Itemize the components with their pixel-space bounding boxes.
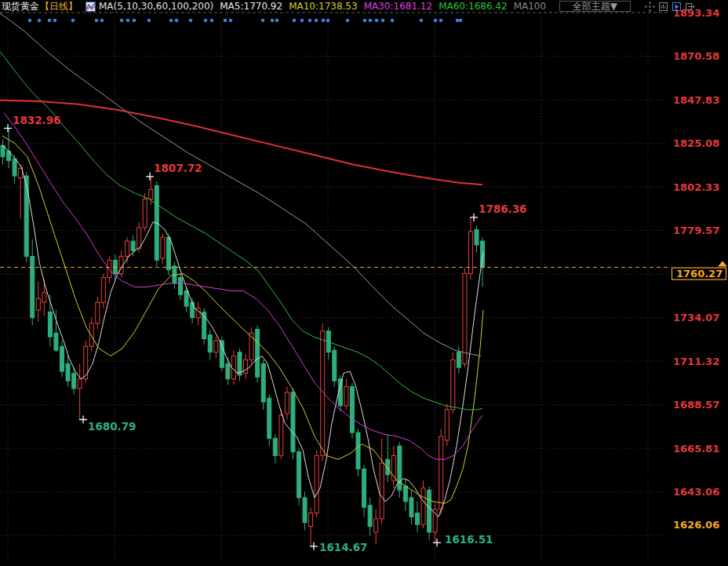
candle-down[interactable] xyxy=(297,451,301,498)
candle-down[interactable] xyxy=(475,229,479,245)
event-dot[interactable] xyxy=(48,19,52,23)
event-dot[interactable] xyxy=(133,19,136,23)
candle-up[interactable] xyxy=(439,436,443,509)
event-dot[interactable] xyxy=(375,19,379,23)
event-dot[interactable] xyxy=(369,19,373,23)
event-dot[interactable] xyxy=(456,19,460,23)
pan-icon[interactable] xyxy=(645,2,655,12)
candle-up[interactable] xyxy=(451,360,455,409)
candle-up[interactable] xyxy=(78,379,82,389)
candle-down[interactable] xyxy=(457,352,460,368)
candle-up[interactable] xyxy=(143,199,147,228)
candle-up[interactable] xyxy=(107,261,111,278)
candle-down[interactable] xyxy=(66,363,70,381)
candle-down[interactable] xyxy=(256,329,260,377)
event-dot[interactable] xyxy=(120,19,124,23)
event-dot[interactable] xyxy=(346,19,350,23)
candle-up[interactable] xyxy=(279,415,283,455)
chart-play-icon[interactable] xyxy=(672,2,682,12)
event-dot[interactable] xyxy=(271,19,275,23)
candle-down[interactable] xyxy=(428,490,431,532)
candle-down[interactable] xyxy=(166,237,170,269)
candle-down[interactable] xyxy=(416,513,420,525)
candle-down[interactable] xyxy=(362,469,366,507)
event-dot[interactable] xyxy=(189,19,193,23)
candle-down[interactable] xyxy=(184,291,188,307)
event-dot[interactable] xyxy=(175,19,179,23)
candle-down[interactable] xyxy=(350,387,354,433)
candle-down[interactable] xyxy=(403,486,407,502)
candle-down[interactable] xyxy=(54,333,58,350)
event-dot[interactable] xyxy=(71,19,75,23)
candle-up[interactable] xyxy=(214,341,218,352)
candle-up[interactable] xyxy=(344,387,348,406)
event-dot[interactable] xyxy=(210,19,214,23)
candle-up[interactable] xyxy=(101,277,105,302)
candle-up[interactable] xyxy=(161,237,165,258)
candle-down[interactable] xyxy=(208,335,212,352)
event-dot[interactable] xyxy=(391,19,395,23)
candle-up[interactable] xyxy=(315,455,318,513)
event-dot[interactable] xyxy=(126,19,130,23)
candle-down[interactable] xyxy=(24,176,28,256)
candle-down[interactable] xyxy=(356,433,360,469)
candle-up[interactable] xyxy=(285,393,289,414)
event-dot[interactable] xyxy=(95,19,99,23)
candle-down[interactable] xyxy=(261,363,265,402)
event-dot[interactable] xyxy=(439,19,443,23)
candle-down[interactable] xyxy=(60,346,64,371)
grid-layout-icon[interactable] xyxy=(658,2,668,12)
timeframe-label[interactable]: 【日线】 xyxy=(40,2,78,12)
candle-down[interactable] xyxy=(226,363,230,379)
event-dot[interactable] xyxy=(363,19,367,23)
export-window-icon[interactable] xyxy=(685,2,695,12)
candle-up[interactable] xyxy=(149,189,153,199)
candle-up[interactable] xyxy=(421,488,425,524)
event-dot[interactable] xyxy=(28,19,32,23)
candle-up[interactable] xyxy=(445,410,449,440)
candle-down[interactable] xyxy=(291,393,295,452)
candle-down[interactable] xyxy=(481,241,485,267)
candle-up[interactable] xyxy=(36,298,40,310)
candle-up[interactable] xyxy=(96,302,100,323)
candle-up[interactable] xyxy=(137,228,141,249)
event-dot[interactable] xyxy=(275,19,279,23)
candle-up[interactable] xyxy=(89,323,93,346)
candle-up[interactable] xyxy=(231,356,235,378)
candle-down[interactable] xyxy=(333,350,337,381)
candle-down[interactable] xyxy=(179,277,183,294)
candle-up[interactable] xyxy=(433,509,437,532)
candle-up[interactable] xyxy=(309,513,313,527)
candle-up[interactable] xyxy=(463,274,467,364)
event-dot[interactable] xyxy=(53,19,57,23)
event-dot[interactable] xyxy=(300,19,304,23)
candle-up[interactable] xyxy=(244,360,248,373)
event-dot[interactable] xyxy=(100,19,104,23)
candle-down[interactable] xyxy=(72,373,76,389)
candle-up[interactable] xyxy=(380,463,384,519)
candle-down[interactable] xyxy=(48,312,52,337)
event-dot[interactable] xyxy=(293,19,297,23)
candle-down[interactable] xyxy=(303,498,307,523)
candle-down[interactable] xyxy=(268,398,271,438)
candle-up[interactable] xyxy=(42,293,46,302)
candle-down[interactable] xyxy=(113,261,117,274)
event-dot[interactable] xyxy=(229,19,233,23)
event-dot[interactable] xyxy=(204,19,208,23)
candle-down[interactable] xyxy=(13,159,16,176)
event-dot[interactable] xyxy=(169,19,173,23)
candle-down[interactable] xyxy=(368,506,372,527)
candle-down[interactable] xyxy=(410,498,413,517)
event-dot[interactable] xyxy=(420,19,424,23)
theme-selector-button[interactable]: 全部主题▼ xyxy=(559,1,631,12)
event-dot[interactable] xyxy=(224,19,228,23)
event-dot[interactable] xyxy=(322,19,326,23)
candle-down[interactable] xyxy=(191,302,195,318)
candle-down[interactable] xyxy=(131,241,135,250)
event-dot[interactable] xyxy=(261,19,265,23)
event-dot[interactable] xyxy=(315,19,318,23)
candlestick-chart[interactable]: 1893.341870.581847.831825.081802.331779.… xyxy=(0,0,728,566)
candle-down[interactable] xyxy=(273,438,277,455)
candle-up[interactable] xyxy=(126,241,129,257)
event-dot[interactable] xyxy=(308,19,312,23)
